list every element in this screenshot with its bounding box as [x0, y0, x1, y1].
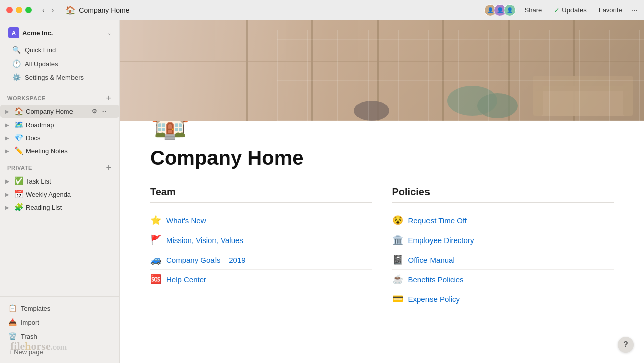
- list-item[interactable]: 📓 Office Manual: [392, 250, 614, 270]
- svg-rect-1: [311, 20, 313, 121]
- tree-arrow-icon: ▶: [5, 178, 12, 184]
- private-add-button[interactable]: +: [105, 163, 112, 172]
- sidebar-item-settings[interactable]: ⚙️ Settings & Members: [8, 71, 111, 84]
- tree-arrow-icon: ▶: [5, 192, 12, 197]
- workspace-header[interactable]: A Acme Inc. ⌄: [4, 24, 115, 41]
- policies-link-1[interactable]: Employee Directory: [408, 236, 474, 245]
- workspace-section-header: WORKSPACE +: [0, 92, 119, 105]
- company-home-icon: 🏠: [14, 107, 24, 116]
- new-page-button[interactable]: + New page: [4, 345, 115, 359]
- policies-link-list: 😵 Request Time Off 🏛️ Employee Directory…: [392, 211, 614, 309]
- star-icon: ⭐: [150, 215, 161, 226]
- sidebar-item-trash[interactable]: 🗑️ Trash: [4, 329, 115, 343]
- workspace-add-button[interactable]: +: [105, 94, 112, 103]
- import-label: Import: [21, 319, 39, 326]
- svg-rect-3: [442, 20, 444, 121]
- sidebar-item-task-list[interactable]: ▶ ✅ Task List: [0, 174, 119, 188]
- svg-rect-13: [623, 83, 633, 116]
- maximize-button[interactable]: [25, 7, 32, 13]
- content-columns: Team ⭐ What's New 🚩 Mission, Vision, Val…: [150, 186, 614, 309]
- sos-icon: 🆘: [150, 274, 161, 285]
- sidebar-item-company-home[interactable]: ▶ 🏠 Company Home ⚙ ··· +: [0, 105, 119, 118]
- list-item[interactable]: 🏛️ Employee Directory: [392, 230, 614, 250]
- templates-label: Templates: [21, 305, 50, 312]
- team-link-2[interactable]: Company Goals – 2019: [166, 256, 246, 264]
- breadcrumb: 🏠 Company Home: [65, 5, 129, 15]
- more-options-button[interactable]: ···: [631, 6, 638, 15]
- list-item[interactable]: 🚩 Mission, Vision, Values: [150, 230, 372, 250]
- titlebar: ‹ › 🏠 Company Home 👤 👤 👤 Share ✓ Updates…: [0, 0, 644, 20]
- company-home-more-btn[interactable]: ···: [100, 107, 108, 115]
- team-link-3[interactable]: Help Center: [166, 275, 206, 284]
- dizzy-icon: 😵: [392, 215, 403, 226]
- policies-link-0[interactable]: Request Time Off: [408, 216, 467, 225]
- gear-icon: ⚙️: [12, 73, 21, 81]
- all-updates-label: All Updates: [25, 60, 58, 68]
- svg-rect-11: [533, 76, 633, 91]
- team-link-list: ⭐ What's New 🚩 Mission, Vision, Values 🚙…: [150, 211, 372, 289]
- sidebar-item-meeting-notes[interactable]: ▶ ✏️ Meeting Notes: [0, 144, 119, 157]
- quick-find-label: Quick Find: [25, 46, 56, 54]
- list-item[interactable]: 🚙 Company Goals – 2019: [150, 250, 372, 270]
- share-button[interactable]: Share: [522, 5, 545, 15]
- team-link-1[interactable]: Mission, Vision, Values: [166, 236, 243, 245]
- meeting-notes-icon: ✏️: [14, 146, 24, 155]
- workspace-icon: A: [8, 27, 19, 38]
- workspace-name: Acme Inc.: [22, 29, 104, 37]
- tree-arrow-icon: ▶: [5, 148, 12, 154]
- policies-heading: Policies: [392, 186, 614, 203]
- forward-button[interactable]: ›: [49, 5, 57, 15]
- close-button[interactable]: [6, 7, 13, 13]
- policies-column: Policies 😵 Request Time Off 🏛️ Employee …: [392, 186, 614, 309]
- updates-button[interactable]: ✓ Updates: [551, 5, 589, 16]
- help-button[interactable]: ?: [618, 337, 634, 353]
- trash-label: Trash: [21, 333, 37, 340]
- docs-label: Docs: [26, 134, 115, 142]
- team-column: Team ⭐ What's New 🚩 Mission, Vision, Val…: [150, 186, 372, 309]
- policies-link-4[interactable]: Expense Policy: [408, 295, 460, 304]
- company-home-settings-btn[interactable]: ⚙: [90, 107, 99, 115]
- sidebar-item-all-updates[interactable]: 🕐 All Updates: [8, 57, 111, 70]
- team-link-0[interactable]: What's New: [166, 216, 206, 225]
- private-section-header: PRIVATE +: [0, 161, 119, 174]
- private-section-label: PRIVATE: [7, 165, 32, 171]
- flag-icon: 🚩: [150, 234, 161, 246]
- sidebar-item-docs[interactable]: ▶ 💎 Docs: [0, 131, 119, 144]
- sidebar: A Acme Inc. ⌄ 🔍 Quick Find 🕐 All Updates…: [0, 20, 120, 363]
- svg-rect-10: [533, 86, 633, 116]
- workspace-section: WORKSPACE + ▶ 🏠 Company Home ⚙ ··· + ▶ 🗺…: [0, 92, 119, 157]
- minimize-button[interactable]: [16, 7, 22, 13]
- svg-rect-12: [533, 83, 543, 116]
- tree-arrow-icon: ▶: [5, 109, 12, 114]
- policies-link-3[interactable]: Benefits Policies: [408, 275, 464, 284]
- sidebar-item-import[interactable]: 📥 Import: [4, 315, 115, 329]
- check-icon: ✓: [554, 6, 560, 14]
- team-heading: Team: [150, 186, 372, 203]
- main-content: 🏠 Company Home Team ⭐ What's New 🚩 Missi…: [120, 20, 644, 363]
- meeting-notes-label: Meeting Notes: [26, 147, 115, 155]
- tree-arrow-icon: ▶: [5, 135, 12, 141]
- weekly-agenda-icon: 📅: [14, 190, 24, 199]
- sidebar-item-weekly-agenda[interactable]: ▶ 📅 Weekly Agenda: [0, 188, 119, 201]
- list-item[interactable]: 😵 Request Time Off: [392, 211, 614, 230]
- list-item[interactable]: 💳 Expense Policy: [392, 289, 614, 309]
- policies-link-2[interactable]: Office Manual: [408, 256, 455, 264]
- sidebar-item-quick-find[interactable]: 🔍 Quick Find: [8, 43, 111, 56]
- roadmap-label: Roadmap: [26, 121, 115, 129]
- sidebar-item-reading-list[interactable]: ▶ 🧩 Reading List: [0, 201, 119, 214]
- building-icon: 🏛️: [392, 234, 403, 246]
- back-button[interactable]: ‹: [40, 5, 47, 15]
- page-title-icon: 🏠: [65, 5, 76, 15]
- favorite-button[interactable]: Favorite: [596, 5, 625, 15]
- sidebar-item-templates[interactable]: 📋 Templates: [4, 301, 115, 315]
- sidebar-item-roadmap[interactable]: ▶ 🗺️ Roadmap: [0, 118, 119, 131]
- reading-list-icon: 🧩: [14, 203, 24, 212]
- list-item[interactable]: ☕ Benefits Policies: [392, 270, 614, 289]
- cover-image: [120, 20, 644, 121]
- reading-list-label: Reading List: [26, 204, 115, 211]
- list-item[interactable]: 🆘 Help Center: [150, 270, 372, 289]
- cover-svg: [120, 20, 644, 121]
- sidebar-bottom: 📋 Templates 📥 Import 🗑️ Trash + New page: [0, 296, 119, 363]
- list-item[interactable]: ⭐ What's New: [150, 211, 372, 230]
- company-home-add-btn[interactable]: +: [109, 107, 115, 115]
